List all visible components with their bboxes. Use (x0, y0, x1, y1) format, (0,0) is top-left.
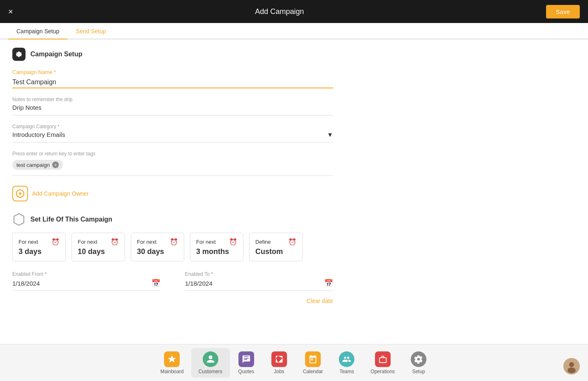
clock-icon-1: ⏰ (111, 238, 119, 246)
clock-icon-4: ⏰ (288, 238, 296, 246)
life-card-30days[interactable]: For next ⏰ 30 days (131, 233, 184, 261)
calendar-to-icon[interactable]: 📅 (324, 279, 333, 288)
calendar-from-icon[interactable]: 📅 (151, 279, 160, 288)
nav-label-teams: Teams (340, 369, 354, 374)
enabled-to-label: Enabled To * (185, 271, 333, 277)
life-card-3months[interactable]: For next ⏰ 3 months (190, 233, 243, 261)
nav-item-quotes[interactable]: Quotes (230, 348, 263, 378)
life-card-top-1: For next (78, 239, 97, 245)
add-owner-row: Add Campaign Owner (12, 186, 576, 201)
life-card-top-2: For next (137, 239, 157, 245)
tab-send-setup[interactable]: Send Setup (67, 23, 114, 39)
nav-item-setup[interactable]: Setup (402, 348, 435, 378)
nav-item-customers[interactable]: Customers (191, 348, 230, 378)
add-owner-label[interactable]: Add Campaign Owner (32, 190, 89, 197)
main-content: Campaign Setup Campaign Name * Notes to … (0, 39, 588, 344)
notes-label: Notes to remember the drip (12, 97, 333, 102)
nav-label-jobs: Jobs (274, 369, 284, 374)
tag-chip: test campaign × (12, 160, 63, 170)
customers-icon (203, 351, 218, 367)
life-section: Set Life Of This Campaign For next ⏰ 3 d… (12, 213, 576, 305)
svg-point-5 (569, 362, 574, 367)
life-card-custom[interactable]: Define ⏰ Custom (249, 233, 303, 261)
life-cards-container: For next ⏰ 3 days For next ⏰ 10 days For… (12, 233, 576, 261)
nav-items: Mainboard Customers Quotes Jobs (153, 348, 435, 378)
setup-icon (411, 351, 426, 367)
clock-icon-0: ⏰ (51, 238, 60, 246)
section-title: Campaign Setup (30, 51, 82, 58)
clear-date-container: Clear date (12, 297, 333, 305)
campaign-setup-icon (12, 48, 25, 61)
nav-item-mainboard[interactable]: Mainboard (153, 348, 191, 378)
campaign-name-input[interactable] (12, 77, 333, 88)
campaign-name-field: Campaign Name * (12, 69, 576, 88)
campaign-name-label: Campaign Name * (12, 69, 576, 75)
teams-icon (339, 351, 354, 367)
nav-label-calendar: Calendar (303, 369, 323, 374)
tags-label: Press enter or return key to enter tags (12, 151, 333, 157)
jobs-icon (271, 351, 287, 367)
enabled-from-row: 1/18/2024 📅 (12, 279, 160, 291)
nav-label-customers: Customers (199, 369, 222, 374)
tag-remove-button[interactable]: × (52, 162, 59, 168)
enabled-from-group: Enabled From * 1/18/2024 📅 (12, 271, 160, 291)
add-owner-icon-button[interactable] (12, 186, 28, 201)
nav-item-operations[interactable]: Operations (363, 348, 402, 378)
chevron-down-icon: ▼ (327, 131, 333, 138)
nav-label-mainboard: Mainboard (160, 369, 184, 374)
enabled-to-row: 1/18/2024 📅 (185, 279, 333, 291)
life-section-icon (12, 213, 25, 226)
tag-text: test campaign (16, 162, 50, 168)
mainboard-icon (164, 351, 180, 367)
notes-value: Drip Notes (12, 104, 333, 111)
save-button[interactable]: Save (546, 5, 580, 18)
tags-field: Press enter or return key to enter tags … (12, 151, 333, 176)
clock-icon-3: ⏰ (229, 238, 237, 246)
life-card-top-0: For next (19, 239, 38, 245)
nav-item-jobs[interactable]: Jobs (263, 348, 296, 378)
life-card-val-1: 10 days (78, 247, 119, 256)
nav-label-setup: Setup (412, 369, 425, 374)
enabled-to-group: Enabled To * 1/18/2024 📅 (185, 271, 333, 291)
life-header: Set Life Of This Campaign (12, 213, 576, 226)
clock-icon-2: ⏰ (170, 238, 178, 246)
tags-container: test campaign × (12, 160, 333, 170)
page-title: Add Campaign (255, 7, 304, 16)
operations-icon (375, 351, 391, 367)
enabled-to-value: 1/18/2024 (185, 280, 213, 287)
enabled-from-label: Enabled From * (12, 271, 160, 277)
nav-label-operations: Operations (370, 369, 395, 374)
enabled-from-value: 1/18/2024 (12, 280, 40, 287)
life-card-val-2: 30 days (137, 247, 178, 256)
category-label: Campaign Category * (12, 124, 333, 129)
svg-marker-3 (14, 214, 24, 225)
svg-point-6 (567, 367, 576, 373)
bottom-nav: Mainboard Customers Quotes Jobs (0, 344, 588, 381)
life-card-val-3: 3 months (196, 247, 237, 256)
clear-date-button[interactable]: Clear date (306, 298, 333, 304)
calendar-icon (305, 351, 321, 367)
life-card-3days[interactable]: For next ⏰ 3 days (12, 233, 66, 261)
life-card-10days[interactable]: For next ⏰ 10 days (72, 233, 125, 261)
life-card-val-4: Custom (255, 247, 296, 256)
life-card-val-0: 3 days (19, 247, 60, 256)
tab-campaign-setup[interactable]: Campaign Setup (8, 23, 67, 39)
life-card-top-3: For next (196, 239, 216, 245)
category-field: Campaign Category * Introductory Emails … (12, 124, 333, 143)
category-select[interactable]: Introductory Emails ▼ (12, 131, 333, 138)
nav-item-teams[interactable]: Teams (330, 348, 363, 378)
category-value: Introductory Emails (12, 131, 65, 138)
tabs-bar: Campaign Setup Send Setup (0, 23, 588, 39)
nav-item-calendar[interactable]: Calendar (296, 348, 331, 378)
date-fields: Enabled From * 1/18/2024 📅 Enabled To * … (12, 271, 576, 291)
life-card-top-4: Define (255, 239, 271, 245)
section-header: Campaign Setup (12, 48, 576, 61)
life-title: Set Life Of This Campaign (30, 216, 112, 223)
top-header: × Add Campaign Save (0, 0, 588, 23)
notes-field: Notes to remember the drip Drip Notes (12, 97, 333, 115)
close-button[interactable]: × (8, 7, 13, 16)
quotes-icon (238, 351, 254, 367)
nav-label-quotes: Quotes (238, 369, 254, 374)
user-avatar[interactable] (563, 358, 580, 374)
